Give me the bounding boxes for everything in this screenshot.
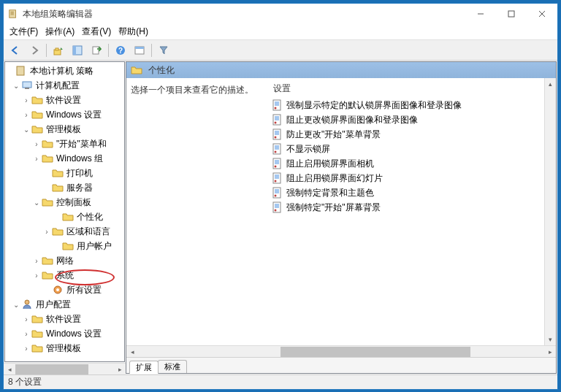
filter-button[interactable]	[155, 42, 172, 58]
expand-icon[interactable]: ⌄	[11, 301, 21, 309]
tab-standard[interactable]: 标准	[158, 360, 187, 373]
export-button[interactable]	[88, 42, 105, 58]
help-button[interactable]: ?	[112, 42, 129, 58]
policy-item-icon	[272, 158, 283, 169]
view-tabs: 扩展 标准	[126, 357, 556, 373]
scroll-thumb[interactable]	[280, 347, 470, 357]
svg-rect-5	[508, 11, 514, 17]
tree-root[interactable]: 本地计算机 策略	[28, 65, 95, 77]
forward-button[interactable]	[26, 42, 43, 58]
expand-icon[interactable]: ›	[31, 272, 42, 280]
expand-icon[interactable]: ›	[31, 140, 42, 148]
tree-node[interactable]: 服务器	[65, 182, 94, 194]
svg-rect-12	[93, 47, 99, 54]
details-panel: 个性化 选择一个项目来查看它的描述。 设置 强制显示特定的默认锁屏界面图像和登录…	[126, 61, 557, 374]
scroll-up-icon[interactable]: ▴	[545, 78, 556, 90]
expand-icon[interactable]: ›	[31, 155, 42, 163]
separator	[46, 44, 47, 57]
folder-icon	[31, 313, 43, 325]
expand-icon[interactable]: ⌄	[11, 82, 21, 90]
menu-file[interactable]: 文件(F)	[9, 26, 38, 38]
tree-node[interactable]: "开始"菜单和	[55, 138, 108, 150]
tree-node-personalization[interactable]: 个性化	[75, 211, 104, 223]
window-title: 本地组策略编辑器	[23, 8, 465, 20]
svg-point-27	[275, 107, 277, 109]
tree-node[interactable]: Windows 组	[55, 153, 104, 165]
tree-node[interactable]: 管理模板	[45, 342, 83, 355]
setting-item[interactable]: 强制特定"开始"屏幕背景	[272, 200, 541, 215]
tree-node[interactable]: 所有设置	[65, 284, 103, 296]
setting-item[interactable]: 不显示锁屏	[272, 142, 541, 156]
menu-action[interactable]: 操作(A)	[45, 26, 75, 38]
settings-list: 设置 强制显示特定的默认锁屏界面图像和登录图像阻止更改锁屏界面图像和登录图像防止…	[269, 78, 544, 345]
policy-item-icon	[272, 143, 283, 155]
svg-point-52	[275, 180, 277, 182]
setting-item[interactable]: 防止更改"开始"菜单背景	[272, 127, 541, 142]
setting-item[interactable]: 强制显示特定的默认锁屏界面图像和登录图像	[272, 98, 541, 112]
menubar: 文件(F) 操作(A) 查看(V) 帮助(H)	[4, 24, 557, 40]
svg-point-47	[275, 166, 277, 168]
expand-icon[interactable]: ›	[42, 228, 52, 236]
tree-node[interactable]: 区域和语言	[65, 226, 112, 238]
expand-icon[interactable]: ›	[21, 330, 31, 338]
tree-node[interactable]: 系统	[55, 269, 75, 282]
expand-icon[interactable]: ›	[21, 111, 31, 119]
tree-node[interactable]: Windows 设置	[45, 109, 103, 121]
titlebar: 本地组策略编辑器	[4, 4, 557, 24]
setting-item[interactable]: 阻止启用锁屏界面相机	[272, 156, 541, 171]
folder-icon	[42, 196, 53, 208]
separator	[108, 44, 109, 57]
tree-node[interactable]: 计算机配置	[34, 80, 81, 92]
back-button[interactable]	[7, 42, 24, 58]
show-hide-tree-button[interactable]	[69, 42, 86, 58]
setting-item[interactable]: 阻止更改锁屏界面图像和登录图像	[272, 112, 541, 127]
tree-panel[interactable]: 本地计算机 策略 ⌄计算机配置 ›软件设置 ›Windows 设置 ⌄管理模板 …	[4, 61, 125, 362]
expand-icon[interactable]: ›	[21, 345, 31, 353]
policy-icon	[15, 65, 27, 77]
tree-node[interactable]: 管理模板	[45, 123, 83, 136]
folder-icon	[31, 94, 43, 106]
properties-button[interactable]	[131, 42, 148, 58]
expand-icon[interactable]: ⌄	[31, 199, 42, 207]
folder-icon	[42, 138, 53, 150]
details-hscrollbar[interactable]: ◂ ▸	[126, 345, 556, 357]
tree-node[interactable]: 控制面板	[55, 196, 93, 209]
tab-extended[interactable]: 扩展	[129, 361, 159, 374]
column-header-setting[interactable]: 设置	[272, 82, 541, 95]
tree-node[interactable]: 打印机	[65, 167, 94, 180]
svg-point-37	[275, 137, 277, 139]
scroll-down-icon[interactable]: ▾	[545, 334, 556, 345]
up-button[interactable]	[50, 42, 67, 58]
scroll-left-icon[interactable]: ◂	[126, 346, 138, 357]
vscrollbar[interactable]: ▴ ▾	[544, 78, 556, 345]
scroll-right-icon[interactable]: ▸	[544, 346, 556, 357]
setting-item[interactable]: 强制特定背景和主题色	[272, 185, 541, 200]
menu-view[interactable]: 查看(V)	[82, 26, 111, 38]
expand-icon[interactable]: ›	[21, 96, 31, 104]
scroll-thumb[interactable]	[15, 364, 88, 374]
tree-node[interactable]: Windows 设置	[45, 328, 103, 340]
scroll-right-icon[interactable]: ▸	[114, 364, 126, 374]
tree-node[interactable]: 软件设置	[45, 313, 83, 326]
setting-label: 强制显示特定的默认锁屏界面图像和登录图像	[286, 99, 462, 112]
tree-node[interactable]: 软件设置	[45, 94, 83, 107]
scroll-left-icon[interactable]: ◂	[4, 364, 15, 374]
minimize-button[interactable]	[465, 4, 496, 24]
setting-item[interactable]: 阻止启用锁屏界面幻灯片	[272, 171, 541, 185]
policy-item-icon	[272, 172, 283, 184]
tree-hscrollbar[interactable]: ◂ ▸	[4, 363, 126, 374]
expand-icon[interactable]: ⌄	[21, 126, 31, 134]
folder-icon	[31, 342, 43, 354]
computer-icon	[21, 80, 33, 91]
tree-node[interactable]: 用户配置	[34, 299, 72, 311]
expand-icon[interactable]: ›	[31, 257, 42, 265]
tree-node[interactable]: 用户帐户	[75, 240, 113, 253]
expand-icon[interactable]: ›	[21, 315, 31, 323]
tree-node[interactable]: 网络	[55, 255, 75, 267]
maximize-button[interactable]	[496, 4, 527, 24]
menu-help[interactable]: 帮助(H)	[118, 26, 148, 38]
svg-rect-9	[56, 48, 58, 50]
setting-label: 阻止更改锁屏界面图像和登录图像	[286, 114, 418, 126]
svg-rect-0	[9, 10, 16, 18]
close-button[interactable]	[527, 4, 557, 24]
